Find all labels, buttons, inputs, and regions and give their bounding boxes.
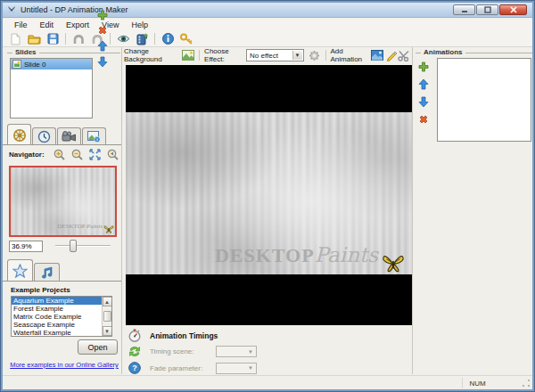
fade-parameter-label: Fade parameter: xyxy=(150,364,205,372)
animation-timings-title: Animation Timings xyxy=(150,331,218,340)
zoom-value-input[interactable] xyxy=(9,241,43,252)
tab-timing[interactable] xyxy=(32,127,56,145)
video-camera-icon xyxy=(62,131,77,143)
tab-camera[interactable] xyxy=(57,127,81,145)
tab-example-projects[interactable] xyxy=(7,259,33,282)
canvas-toolbar-separator xyxy=(325,50,326,61)
choose-effect-label: Choose Effect: xyxy=(204,47,243,63)
example-projects-title: Example Projects xyxy=(11,286,70,294)
animations-list[interactable] xyxy=(437,58,531,142)
toolbar-separator xyxy=(110,33,111,45)
dropdown-arrow-icon: ▼ xyxy=(292,51,302,60)
scroll-up-icon[interactable]: ▲ xyxy=(103,297,112,306)
save-project-button[interactable] xyxy=(45,32,61,46)
main-toolbar xyxy=(3,31,532,47)
example-project-item[interactable]: Waterfall Example xyxy=(12,329,111,337)
create-video-button[interactable] xyxy=(134,32,150,46)
move-slide-down-button down-arrow-icon[interactable] xyxy=(97,56,108,68)
online-gallery-link[interactable]: More examples in our Online Gallery xyxy=(10,361,119,369)
example-project-item[interactable]: Matrix Code Example xyxy=(12,313,111,321)
save-icon xyxy=(47,33,59,45)
scroll-down-icon[interactable]: ▼ xyxy=(103,326,112,336)
animations-group-title: Animations xyxy=(421,48,465,56)
delete-animation-button x-icon[interactable] xyxy=(418,114,429,125)
help-icon: ? xyxy=(128,362,141,374)
menu-file[interactable]: File xyxy=(8,20,34,30)
menu-edit[interactable]: Edit xyxy=(34,20,61,30)
close-icon xyxy=(510,6,517,13)
cut-animation-button[interactable] xyxy=(398,48,411,62)
change-background-image-button[interactable] xyxy=(181,48,194,62)
toolbar-separator xyxy=(154,33,155,45)
move-slide-up-button up-arrow-icon[interactable] xyxy=(97,40,108,52)
open-project-button[interactable] xyxy=(26,32,42,46)
tab-music[interactable] xyxy=(34,263,60,282)
delete-slide-button x-icon[interactable] xyxy=(97,25,108,36)
zoom-in-button[interactable] xyxy=(53,148,66,160)
edit-animation-button[interactable] xyxy=(384,48,398,62)
timing-scene-label: Timing scene: xyxy=(150,347,205,355)
thumbnail-watermark: DESKTOP Paints xyxy=(57,223,103,230)
open-example-button[interactable]: Open xyxy=(78,339,118,355)
activation-button[interactable] xyxy=(178,32,194,46)
preview-button[interactable] xyxy=(115,32,131,46)
resize-grip[interactable] xyxy=(521,378,531,388)
refresh-icon xyxy=(128,346,141,357)
add-slide-button plus-icon[interactable] xyxy=(97,10,108,20)
undo-button[interactable] xyxy=(70,32,86,46)
image-icon xyxy=(182,50,194,61)
pencil-icon xyxy=(385,50,397,61)
new-file-button[interactable] xyxy=(7,32,23,46)
new-file-icon xyxy=(10,33,21,45)
minimize-button[interactable] xyxy=(453,4,475,15)
slides-list[interactable]: Slide 0 xyxy=(10,58,93,118)
change-background-button[interactable]: Change Background xyxy=(124,47,178,63)
menu-help[interactable]: Help xyxy=(125,20,154,30)
fit-to-window-button[interactable] xyxy=(88,148,102,160)
menu-export[interactable]: Export xyxy=(60,20,95,30)
preview-canvas[interactable]: DESKTOPPaints xyxy=(126,65,412,325)
slide-list-item[interactable]: Slide 0 xyxy=(11,59,92,69)
slide-thumbnail-icon xyxy=(12,60,21,69)
example-project-item[interactable]: Aquarium Example xyxy=(12,297,111,305)
wheel-icon xyxy=(12,128,27,143)
move-animation-down-button down-arrow-icon[interactable] xyxy=(418,96,429,108)
timing-scene-dropdown[interactable]: ▼ xyxy=(216,346,257,357)
slides-group-title: Slides xyxy=(12,48,39,56)
watermark-text: DESKTOPPaints xyxy=(215,243,378,267)
example-project-item[interactable]: Seascape Example xyxy=(12,321,111,329)
zoom-slider-thumb[interactable] xyxy=(70,240,77,252)
zoom-out-button[interactable] xyxy=(70,148,84,160)
navigator-thumbnail[interactable]: DESKTOP Paints xyxy=(9,166,117,237)
zoom-actual-button[interactable] xyxy=(106,148,119,160)
scrollbar-thumb[interactable] xyxy=(103,311,111,322)
tab-animation-settings[interactable] xyxy=(7,124,31,145)
fade-parameter-dropdown[interactable]: ▼ xyxy=(216,363,257,374)
star-icon xyxy=(12,264,28,278)
window-title: Untitled - DP Animation Maker xyxy=(21,5,449,14)
move-animation-up-button up-arrow-icon[interactable] xyxy=(418,78,429,90)
close-button[interactable] xyxy=(499,4,527,15)
stopwatch-icon xyxy=(128,329,141,342)
example-project-item[interactable]: Forest Example xyxy=(12,305,111,313)
left-panel-tabs xyxy=(7,124,107,145)
add-animation-image-button[interactable] xyxy=(371,48,384,62)
maximize-button[interactable] xyxy=(476,4,498,15)
clock-icon xyxy=(37,130,51,143)
zoom-slider[interactable] xyxy=(55,240,111,252)
add-animation-button plus-icon[interactable] xyxy=(418,61,429,72)
fit-arrows-icon xyxy=(89,149,101,160)
example-list-scrollbar[interactable]: ▲ ▼ xyxy=(102,297,111,336)
about-button[interactable] xyxy=(160,32,176,46)
zoom-actual-icon xyxy=(107,149,119,160)
effect-settings-button[interactable] xyxy=(308,48,321,62)
tab-background-info[interactable] xyxy=(82,127,106,145)
effect-dropdown[interactable]: No effect ▼ xyxy=(246,49,304,61)
add-animation-button[interactable]: Add Animation xyxy=(330,47,368,63)
zoom-controls xyxy=(9,240,119,252)
preview-eye-icon xyxy=(117,34,130,44)
slides-actions xyxy=(97,10,108,68)
menu-bar: File Edit Export View Help xyxy=(3,19,532,31)
example-projects-list[interactable]: Aquarium Example Forest Example Matrix C… xyxy=(11,296,112,337)
svg-text:?: ? xyxy=(132,363,137,372)
